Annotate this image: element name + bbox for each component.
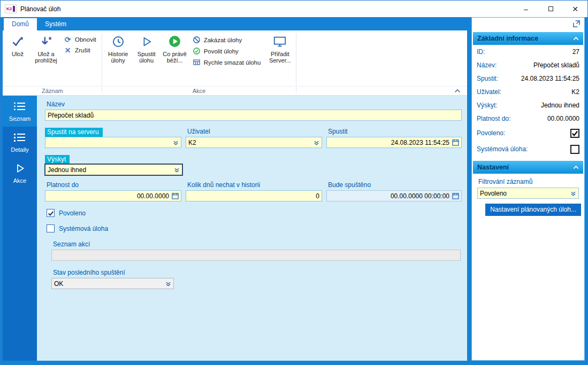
- tab-domu[interactable]: Domů: [4, 18, 37, 30]
- ribbon: Ulož Ulož a prohlížej: [3, 30, 467, 96]
- enabled-checkbox[interactable]: [47, 209, 55, 217]
- maximize-icon: [548, 6, 553, 11]
- filter-records-combo[interactable]: Povoleno: [477, 188, 579, 199]
- chevron-down-icon[interactable]: [314, 140, 319, 145]
- run-on-server-combo[interactable]: [45, 137, 181, 148]
- calendar-icon: [452, 192, 459, 199]
- user-label: Uživatel: [187, 128, 322, 135]
- close-button[interactable]: ✕: [563, 1, 587, 17]
- save-button[interactable]: Ulož: [4, 32, 31, 86]
- window-title: Plánovač úloh: [20, 5, 60, 13]
- info-enabled-checkbox: [570, 129, 579, 138]
- user-combo[interactable]: K2: [186, 137, 322, 148]
- run-task-button[interactable]: Spustit úlohu: [133, 32, 160, 86]
- app-icon: K2: [5, 4, 17, 13]
- cancel-button[interactable]: ✕ Zrušit: [63, 46, 96, 54]
- chevron-down-icon[interactable]: [165, 281, 171, 286]
- window-controls: – ✕: [514, 1, 587, 17]
- system-task-checkbox[interactable]: [47, 224, 55, 232]
- minimize-button[interactable]: –: [514, 1, 538, 17]
- refresh-button[interactable]: ⟳ Obnovit: [63, 36, 96, 43]
- start-label: Spustit: [328, 128, 462, 135]
- info-system-task-checkbox: [570, 145, 579, 154]
- basic-info-header[interactable]: Základní informace: [473, 32, 583, 45]
- info-row-id: ID: 27: [472, 45, 584, 58]
- info-row-uzivatel: Uživatel: K2: [472, 85, 584, 98]
- history-days-input[interactable]: 0: [186, 190, 322, 201]
- info-row-nazev: Název: Přepočet skladů: [472, 58, 584, 72]
- assign-server-button[interactable]: Přiřadit Server...: [265, 32, 295, 86]
- scheduled-tasks-settings-button[interactable]: Nastavení plánovaných úloh...: [485, 204, 581, 216]
- save-and-view-button[interactable]: Ulož a prohlížej: [31, 32, 61, 86]
- next-run-label: Bude spuštěno: [328, 181, 462, 189]
- ribbon-group-zaznam: Ulož Ulož a prohlížej: [4, 30, 101, 95]
- valid-until-input[interactable]: 00.00.0000: [45, 190, 181, 201]
- ribbon-collapse-button[interactable]: [454, 87, 461, 95]
- action-list-field: [51, 250, 461, 261]
- chevron-up-icon[interactable]: [573, 36, 579, 41]
- window-frame: Domů Systém: [1, 17, 587, 364]
- chevron-down-icon[interactable]: [570, 191, 576, 196]
- chevron-up-icon[interactable]: [573, 165, 579, 169]
- enabled-checkbox-row: Povoleno: [47, 209, 467, 217]
- prohibit-icon: [192, 36, 201, 44]
- monitor-icon: [273, 34, 287, 49]
- chevron-down-icon[interactable]: [174, 167, 180, 173]
- last-run-status-combo[interactable]: OK: [51, 278, 174, 289]
- chevron-down-icon[interactable]: [173, 140, 179, 145]
- calendar-icon[interactable]: [452, 139, 459, 146]
- clock-icon: [112, 34, 125, 49]
- ribbon-group-akce: Historie úlohy Spustit úlohu: [103, 30, 295, 95]
- group-label-akce: Akce: [103, 86, 295, 95]
- play-outline-icon: [14, 163, 25, 175]
- info-row-spustit: Spustit: 24.08.2023 11:54:25: [472, 72, 584, 85]
- name-input[interactable]: Přepočet skladů: [45, 110, 462, 121]
- titlebar: K2 Plánovač úloh – ✕: [1, 1, 587, 17]
- close-icon: ✕: [572, 5, 578, 13]
- disable-tasks-button[interactable]: Zakázat úlohy: [192, 36, 261, 44]
- info-row-povoleno: Povoleno:: [472, 125, 584, 141]
- enabled-label: Povoleno: [59, 209, 86, 217]
- info-row-vyskyt: Výskyt: Jednou ihned: [472, 98, 584, 112]
- occurrence-label: Výskyt: [45, 155, 70, 164]
- save-icon: [11, 34, 25, 49]
- cancel-icon: ✕: [63, 46, 72, 54]
- filter-records-label: Filtrování záznamů: [478, 178, 584, 185]
- app-window: K2 Plánovač úloh – ✕ Domů Systém: [0, 0, 588, 365]
- calendar-icon[interactable]: [172, 192, 179, 199]
- maximize-button[interactable]: [538, 1, 563, 17]
- play-icon: [141, 34, 152, 49]
- grid-delete-icon: [192, 58, 201, 66]
- info-row-platnost: Platnost do: 00.00.0000: [472, 112, 584, 125]
- ribbon-separator: [102, 33, 102, 92]
- save-and-view-icon: [39, 34, 53, 49]
- group-label-zaznam: Záznam: [4, 86, 101, 95]
- ribbon-separator: [296, 33, 296, 92]
- last-run-status-label: Stav posledního spuštění: [53, 269, 467, 276]
- play-circle-icon: [168, 34, 181, 49]
- task-history-button[interactable]: Historie úlohy: [103, 32, 133, 86]
- details-icon: [13, 132, 26, 144]
- settings-header[interactable]: Nastavení: [473, 161, 583, 174]
- quick-delete-task-button[interactable]: Rychle smazat úlohu: [192, 58, 261, 66]
- action-list-label: Seznam akcí: [53, 240, 467, 248]
- left-sidebar: Seznam Detaily: [3, 96, 37, 361]
- sidebar-item-seznam[interactable]: Seznam: [3, 96, 37, 127]
- history-days-label: Kolik dnů nechat v historii: [187, 181, 322, 189]
- start-datetime-input[interactable]: 24.08.2023 11:54:25: [326, 137, 462, 148]
- list-icon: [13, 101, 26, 113]
- currently-running-button[interactable]: Co právě běží...: [160, 32, 190, 86]
- system-task-checkbox-row: Systémová úloha: [47, 224, 467, 232]
- tab-system[interactable]: Systém: [37, 18, 74, 30]
- refresh-icon: ⟳: [63, 36, 72, 43]
- enable-tasks-button[interactable]: Povolit úlohy: [192, 47, 261, 55]
- occurrence-combo[interactable]: Jednou ihned: [45, 164, 182, 175]
- check-circle-icon: [192, 47, 201, 55]
- sidebar-item-detaily[interactable]: Detaily: [3, 127, 37, 158]
- run-on-server-label: Spustit na serveru: [45, 128, 103, 137]
- sidebar-item-akce[interactable]: Akce: [3, 158, 37, 189]
- right-info-panel: Základní informace ID: 27 Název: Přepoče…: [471, 17, 585, 361]
- undock-panel-icon[interactable]: [572, 20, 581, 30]
- minimize-icon: –: [524, 5, 528, 13]
- name-label: Název: [47, 100, 467, 108]
